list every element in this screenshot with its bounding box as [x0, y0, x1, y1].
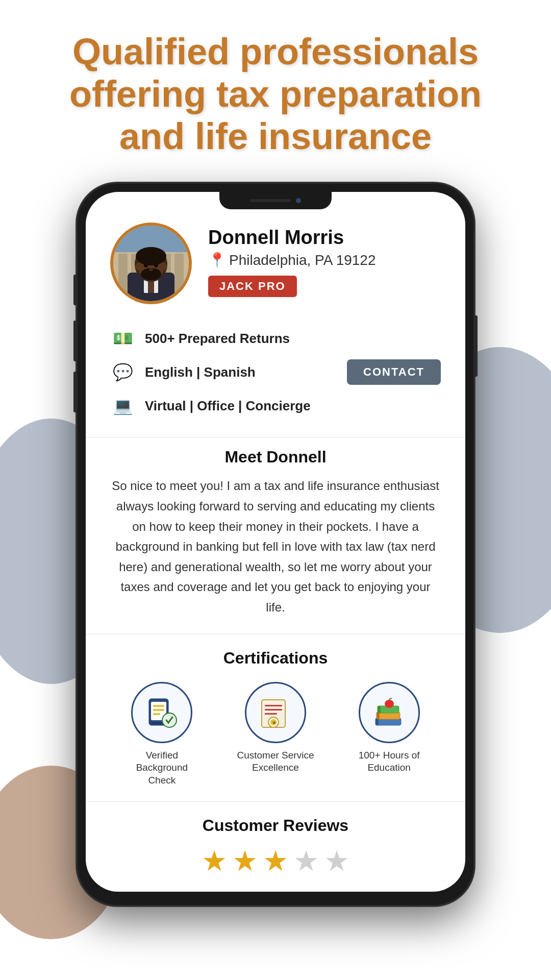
svg-point-16 — [149, 268, 153, 271]
svg-rect-29 — [265, 713, 277, 715]
phone-outer: Donnell Morris 📍 Philadelphia, PA 19122 … — [77, 183, 474, 905]
stat-returns: 500+ Prepared Returns — [145, 331, 290, 347]
background-check-svg — [144, 695, 180, 730]
cert-customer-service-label: Customer Service Excellence — [235, 749, 316, 774]
bio-title: Meet Donnell — [110, 448, 441, 467]
profile-location: 📍 Philadelphia, PA 19122 — [208, 252, 441, 268]
phone-btn-vol-up — [73, 321, 77, 361]
svg-rect-38 — [377, 712, 380, 719]
notch-bar — [250, 199, 291, 202]
page-title: Qualified professionals offering tax pre… — [41, 31, 510, 157]
star-2: ★ — [232, 844, 258, 877]
stat-service: Virtual | Office | Concierge — [145, 398, 311, 414]
star-4: ★ — [293, 844, 319, 877]
star-3: ★ — [263, 844, 288, 877]
certifications-title: Certifications — [110, 649, 441, 668]
svg-rect-24 — [153, 713, 160, 715]
location-pin-icon: 📍 — [208, 252, 226, 268]
cert-items-list: Verified Background Check — [110, 682, 441, 787]
cert-education-label: 100+ Hours of Education — [348, 749, 430, 774]
svg-rect-22 — [153, 705, 164, 707]
svg-point-36 — [385, 700, 394, 708]
cert-education-icon — [359, 682, 420, 743]
stat-row-returns: 💵 500+ Prepared Returns — [110, 326, 441, 351]
reviews-section: Customer Reviews ★ ★ ★ ★ ★ — [86, 801, 465, 892]
customer-service-svg: ★ — [258, 695, 293, 730]
cert-background-check: Verified Background Check — [121, 682, 203, 787]
svg-rect-2 — [118, 254, 128, 301]
profile-info: Donnell Morris 📍 Philadelphia, PA 19122 … — [208, 223, 441, 297]
svg-point-15 — [154, 263, 158, 267]
svg-rect-27 — [265, 705, 282, 706]
reviews-title: Customer Reviews — [110, 816, 441, 835]
bio-section: Meet Donnell So nice to meet you! I am a… — [86, 437, 465, 633]
avatar — [110, 223, 192, 304]
avatar-image — [113, 226, 189, 301]
svg-rect-28 — [265, 709, 282, 710]
cert-customer-service: ★ Customer Service Excellence — [235, 682, 316, 774]
notch-camera — [296, 198, 301, 203]
svg-rect-39 — [378, 706, 381, 713]
profile-section: Donnell Morris 📍 Philadelphia, PA 19122 … — [86, 192, 465, 321]
svg-rect-23 — [153, 709, 164, 711]
star-1: ★ — [202, 844, 227, 877]
language-icon: 💬 — [110, 359, 136, 385]
cert-education: 100+ Hours of Education — [348, 682, 430, 774]
svg-point-14 — [144, 263, 148, 267]
phone-btn-vol-down — [73, 372, 77, 412]
stars-row: ★ ★ ★ ★ ★ — [110, 844, 441, 877]
svg-text:★: ★ — [272, 720, 277, 725]
phone-btn-power — [474, 315, 478, 377]
returns-icon: 💵 — [110, 326, 136, 351]
phone-screen: Donnell Morris 📍 Philadelphia, PA 19122 … — [86, 192, 465, 891]
stat-row-language: 💬 English | Spanish CONTACT — [110, 359, 441, 385]
star-5: ★ — [324, 844, 349, 877]
svg-rect-37 — [375, 718, 379, 725]
cert-background-check-label: Verified Background Check — [121, 749, 203, 787]
svg-point-18 — [162, 263, 167, 270]
contact-button[interactable]: CONTACT — [347, 359, 441, 385]
bio-text: So nice to meet you! I am a tax and life… — [110, 476, 441, 617]
svg-rect-5 — [174, 254, 184, 301]
page-header: Qualified professionals offering tax pre… — [0, 0, 551, 183]
stat-language: English | Spanish — [145, 364, 256, 380]
jack-pro-badge: JACK PRO — [208, 276, 297, 297]
phone-notch — [219, 192, 332, 209]
cert-background-check-icon — [131, 682, 192, 743]
service-icon: 💻 — [110, 393, 136, 419]
phone-mockup: Donnell Morris 📍 Philadelphia, PA 19122 … — [0, 183, 551, 905]
education-svg — [371, 695, 407, 730]
svg-point-17 — [135, 263, 140, 270]
profile-name: Donnell Morris — [208, 227, 441, 249]
stats-section: 💵 500+ Prepared Returns 💬 English | Span… — [86, 321, 465, 437]
phone-btn-mute — [73, 275, 77, 305]
svg-point-12 — [136, 247, 166, 265]
certifications-section: Certifications — [86, 634, 465, 801]
stat-row-service: 💻 Virtual | Office | Concierge — [110, 393, 441, 419]
cert-customer-service-icon: ★ — [245, 682, 306, 743]
